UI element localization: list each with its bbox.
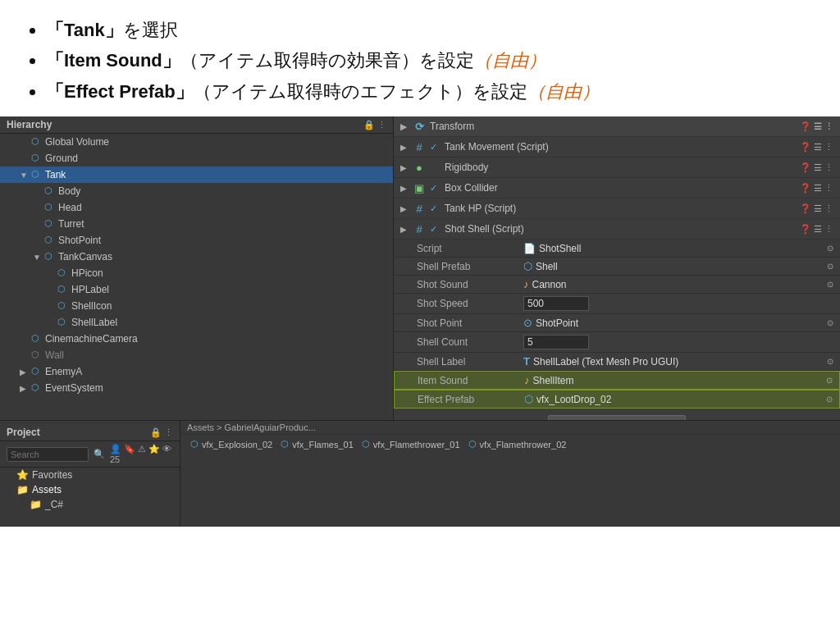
field-input-4[interactable] xyxy=(523,335,589,349)
project-search-input[interactable] xyxy=(7,447,89,462)
inspector-panel: ▶ ⟳ Transform ❓ ☰ ⋮ ▶ # ✓ Tank Movement … xyxy=(394,116,840,420)
hierarchy-item-shellicon[interactable]: ⬡ShellIcon xyxy=(0,298,393,314)
project-search-bar: 🔍 👤 🔖 ⚠ ⭐ 👁 25 xyxy=(0,441,180,468)
hierarchy-item-head[interactable]: ⬡Head xyxy=(0,199,393,216)
field-row-shot-point[interactable]: Shot Point⊙ShotPoint⊙ xyxy=(394,314,840,332)
comp-actions-3[interactable]: ❓ ☰ ⋮ xyxy=(800,183,833,194)
hierarchy-item-cinemachinecamera[interactable]: ⬡CinemachineCamera xyxy=(0,331,393,347)
hierarchy-label-8: HPicon xyxy=(71,267,103,279)
search-icon: 🔍 xyxy=(94,449,105,459)
comp-actions-1[interactable]: ❓ ☰ ⋮ xyxy=(800,142,833,153)
field-row-item-sound[interactable]: Item Sound♪ShellItem⊙ xyxy=(394,371,840,390)
comp-actions-0[interactable]: ❓ ☰ ⋮ xyxy=(800,121,833,132)
hierarchy-icon-15: ⬡ xyxy=(31,382,43,394)
project-file-2[interactable]: ⬡vfx_Flamethrower_01 xyxy=(358,438,463,450)
comp-check-2[interactable] xyxy=(430,162,441,173)
sidebar-item-favorites[interactable]: ⭐ Favorites xyxy=(0,468,180,482)
field-icon-3: ⊙ xyxy=(523,317,532,329)
instructions-panel: 「Tank」を選択 「Item Sound」（アイテム取得時の効果音）を設定（自… xyxy=(0,0,840,116)
hierarchy-item-eventsystem[interactable]: ⬡EventSystem xyxy=(0,380,393,396)
hierarchy-label-0: Global Volume xyxy=(45,136,109,148)
field-row-shell-prefab[interactable]: Shell Prefab⬡Shell⊙ xyxy=(394,258,840,276)
hierarchy-arrow-7 xyxy=(33,253,44,262)
component-tank-movement-script[interactable]: ▶ # ✓ Tank Movement (Script) ❓ ☰ ⋮ xyxy=(394,137,840,158)
hierarchy-item-tankcanvas[interactable]: ⬡TankCanvas xyxy=(0,249,393,265)
field-dot-5[interactable]: ⊙ xyxy=(827,357,833,366)
hierarchy-item-tank[interactable]: ⬡Tank xyxy=(0,167,393,183)
instruction-2-highlight: 「Item Sound」 xyxy=(46,50,180,71)
hierarchy-item-hplabel[interactable]: ⬡HPLabel xyxy=(0,281,393,298)
instruction-item-2: 「Item Sound」（アイテム取得時の効果音）を設定（自由） xyxy=(46,45,817,75)
field-row-shell-label[interactable]: Shell LabelTShellLabel (Text Mesh Pro UG… xyxy=(394,353,840,371)
comp-actions-5[interactable]: ❓ ☰ ⋮ xyxy=(800,224,833,235)
hierarchy-item-shotpoint[interactable]: ⬡ShotPoint xyxy=(0,232,393,249)
comp-icon-0: ⟳ xyxy=(412,119,427,134)
field-label-4: Shell Count xyxy=(417,336,523,348)
hierarchy-item-shelllabel[interactable]: ⬡ShellLabel xyxy=(0,314,393,331)
field-row-shot-speed[interactable]: Shot Speed xyxy=(394,294,840,314)
field-value-2[interactable] xyxy=(523,296,833,311)
field-label-5: Shell Label xyxy=(417,356,523,368)
component-shot-shell-script[interactable]: ▶ # ✓ Shot Shell (Script) ❓ ☰ ⋮ xyxy=(394,219,840,240)
field-input-2[interactable] xyxy=(523,296,589,311)
comp-check-3[interactable]: ✓ xyxy=(430,182,441,194)
folder-icon: 📁 xyxy=(16,484,29,495)
project-file-name-3: vfx_Flamethrower_02 xyxy=(480,440,567,450)
hierarchy-label-7: TankCanvas xyxy=(58,251,112,262)
hierarchy-label-14: EnemyA xyxy=(45,366,82,377)
field-icon-1: ♪ xyxy=(523,278,529,290)
project-file-icon-2: ⬡ xyxy=(362,439,370,450)
component-tank-hp-script[interactable]: ▶ # ✓ Tank HP (Script) ❓ ☰ ⋮ xyxy=(394,199,840,219)
field-row-effect-prefab[interactable]: Effect Prefab⬡vfx_LootDrop_02⊙ xyxy=(394,390,840,409)
script-value[interactable]: 📄 ShotShell ⊙ xyxy=(523,243,833,254)
add-component-section: Add Component xyxy=(394,409,840,420)
field-val-text-7: vfx_LootDrop_02 xyxy=(536,394,611,405)
assets-c-label: _C# xyxy=(45,499,63,510)
project-file-0[interactable]: ⬡vfx_Explosion_02 xyxy=(187,438,276,450)
instruction-1-rest: を選択 xyxy=(123,20,178,40)
script-icon: 📄 xyxy=(523,243,536,254)
hierarchy-header: Hierarchy 🔒 ⋮ xyxy=(0,116,393,134)
comp-actions-2[interactable]: ❓ ☰ ⋮ xyxy=(800,162,833,173)
field-dot-3[interactable]: ⊙ xyxy=(827,318,833,327)
sidebar-item-assets[interactable]: 📁 Assets xyxy=(0,482,180,497)
project-file-3[interactable]: ⬡vfx_Flamethrower_02 xyxy=(465,438,570,450)
sidebar-item-c-sharp[interactable]: 📁 _C# xyxy=(0,497,180,512)
component-transform[interactable]: ▶ ⟳ Transform ❓ ☰ ⋮ xyxy=(394,116,840,137)
hierarchy-item-wall[interactable]: ⬡Wall xyxy=(0,347,393,363)
hierarchy-icon-12: ⬡ xyxy=(31,333,43,345)
field-dot-0[interactable]: ⊙ xyxy=(827,262,833,271)
field-dot-1[interactable]: ⊙ xyxy=(827,280,833,289)
comp-actions-4[interactable]: ❓ ☰ ⋮ xyxy=(800,203,833,214)
field-dot-6[interactable]: ⊙ xyxy=(826,376,833,385)
hierarchy-icon-1: ⬡ xyxy=(31,153,43,164)
add-component-button[interactable]: Add Component xyxy=(548,415,687,420)
project-file-1[interactable]: ⬡vfx_Flames_01 xyxy=(277,438,357,450)
comp-check-1[interactable]: ✓ xyxy=(430,141,441,153)
hierarchy-item-body[interactable]: ⬡Body xyxy=(0,183,393,199)
field-label-3: Shot Point xyxy=(417,317,523,329)
field-label-0: Shell Prefab xyxy=(417,261,523,272)
component-rigidbody[interactable]: ▶ ● Rigidbody ❓ ☰ ⋮ xyxy=(394,158,840,178)
hierarchy-label-9: HPLabel xyxy=(71,284,109,295)
comp-check-5[interactable]: ✓ xyxy=(430,223,441,235)
hierarchy-icon-8: ⬡ xyxy=(57,267,69,279)
hierarchy-item-ground[interactable]: ⬡Ground xyxy=(0,150,393,167)
hierarchy-icon-14: ⬡ xyxy=(31,366,43,377)
hierarchy-item-global-volume[interactable]: ⬡Global Volume xyxy=(0,134,393,150)
hierarchy-item-turret[interactable]: ⬡Turret xyxy=(0,216,393,232)
hierarchy-item-enemya[interactable]: ⬡EnemyA xyxy=(0,363,393,380)
field-icon-0: ⬡ xyxy=(523,260,532,272)
field-val-text-0: Shell xyxy=(536,261,558,272)
field-dot-7[interactable]: ⊙ xyxy=(826,395,833,404)
field-row-shell-count[interactable]: Shell Count xyxy=(394,332,840,353)
comp-check-4[interactable]: ✓ xyxy=(430,203,441,214)
field-value-7: ⬡vfx_LootDrop_02⊙ xyxy=(524,393,833,405)
component-box-collider[interactable]: ▶ ▣ ✓ Box Collider ❓ ☰ ⋮ xyxy=(394,178,840,199)
hierarchy-label-2: Tank xyxy=(45,169,66,180)
project-sidebar: Project 🔒 ⋮ 🔍 👤 🔖 ⚠ ⭐ 👁 25 ⭐ Favorites 📁… xyxy=(0,421,180,527)
field-row-shot-sound[interactable]: Shot Sound♪Cannon⊙ xyxy=(394,276,840,294)
hierarchy-item-hpicon[interactable]: ⬡HPicon xyxy=(0,265,393,281)
field-value-4[interactable] xyxy=(523,335,833,349)
comp-name-1: Tank Movement (Script) xyxy=(445,141,800,153)
